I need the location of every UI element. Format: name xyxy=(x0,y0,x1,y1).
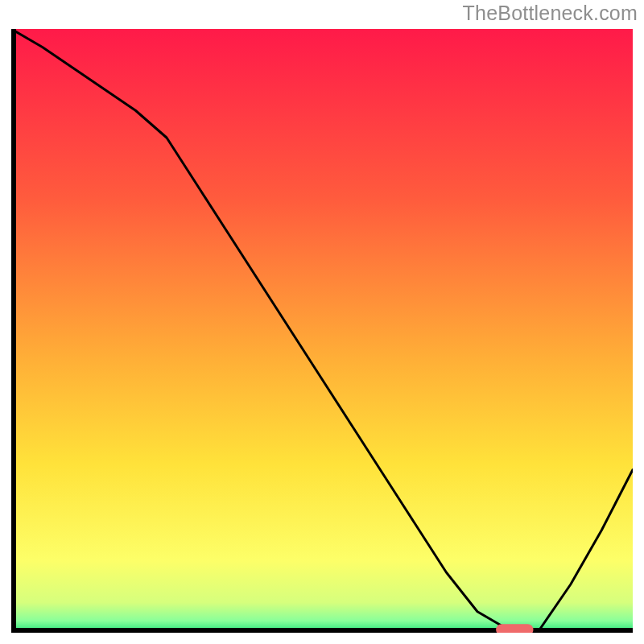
watermark-text: TheBottleneck.com xyxy=(463,2,638,25)
plot-area xyxy=(11,29,633,633)
chart-container: TheBottleneck.com xyxy=(0,0,644,644)
optimal-marker xyxy=(496,624,533,633)
chart-svg xyxy=(11,29,633,633)
heatmap-gradient xyxy=(11,29,633,633)
